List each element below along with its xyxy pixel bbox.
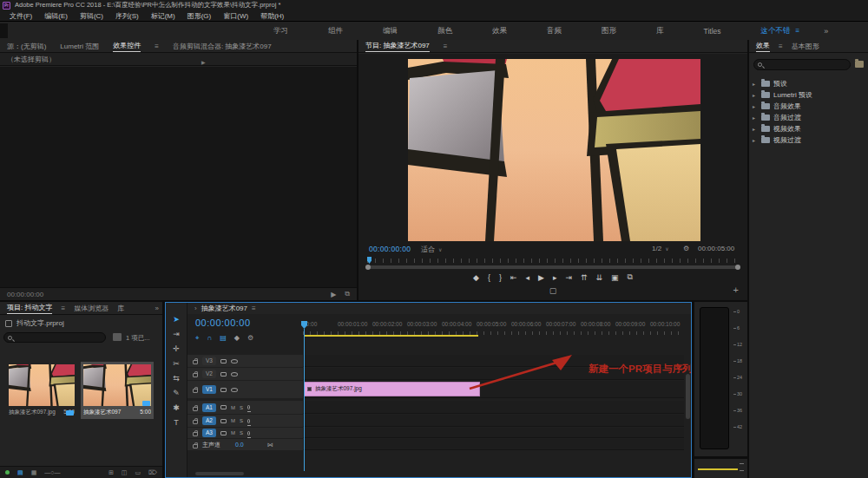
effects-folder-row[interactable]: ▸ 视频过渡	[753, 134, 866, 146]
menu-item[interactable]: 帮助(H)	[254, 11, 290, 21]
track-v1-lane[interactable]: 抽象漆艺术097.jpg	[303, 381, 684, 398]
program-zoom-scrollbar[interactable]	[365, 265, 740, 269]
effects-folder-row[interactable]: ▸ 视频效果	[753, 123, 866, 134]
timeline-tool[interactable]: ➤	[173, 315, 180, 324]
track-target-badge[interactable]: V2	[202, 370, 216, 378]
workspace-tab[interactable]: 库	[656, 26, 664, 36]
track-output-eye-icon[interactable]	[231, 372, 238, 377]
transport-button[interactable]: ⇤	[510, 273, 517, 282]
zoom-slider[interactable]: —○—	[44, 469, 60, 475]
menu-item[interactable]: 序列(S)	[109, 11, 145, 21]
effects-folder-row[interactable]: ▸ 预设	[753, 78, 866, 89]
panel-menu-icon[interactable]: ≡	[779, 43, 783, 50]
menu-item[interactable]: 图形(G)	[181, 11, 218, 21]
track-target-badge[interactable]: V3	[202, 357, 216, 365]
tab-libraries[interactable]: 库	[117, 304, 124, 313]
timeline-tool[interactable]: ✂	[173, 359, 180, 368]
track-a2-lane[interactable]	[303, 415, 684, 427]
fit-dropdown[interactable]: 适合∨	[421, 245, 442, 254]
effects-folder-row[interactable]: ▸ 音频效果	[753, 101, 866, 112]
solo-button[interactable]: S	[240, 405, 243, 410]
timeline-tool[interactable]: ⇥	[173, 330, 180, 338]
sync-lock-icon[interactable]	[220, 431, 227, 435]
transport-button[interactable]: ▶	[538, 273, 544, 282]
tab-project[interactable]: 项目: 抖动文字	[7, 303, 52, 314]
program-time-ruler[interactable]	[367, 259, 739, 263]
lock-icon[interactable]	[193, 360, 198, 364]
expand-arrow-icon[interactable]: ▸	[753, 126, 758, 132]
transport-button[interactable]: {	[488, 273, 490, 282]
timeline-clip[interactable]: 抽象漆艺术097.jpg	[304, 382, 480, 396]
mute-button[interactable]: M	[231, 405, 235, 410]
timeline-option-icon[interactable]: ◆	[234, 334, 240, 343]
tab-sequence[interactable]: 抽象漆艺术097	[201, 304, 247, 313]
workspace-tab[interactable]: 这个不错	[761, 26, 791, 36]
tab-lumetri-scopes[interactable]: Lumetri 范围	[60, 42, 99, 51]
track-a3-lane[interactable]	[303, 428, 684, 438]
tab-essential-graphics[interactable]: 基本图形	[792, 42, 819, 51]
tab-effects[interactable]: 效果	[756, 41, 770, 52]
new-custom-bin-icon[interactable]	[855, 61, 864, 68]
workspace-tab[interactable]: 编辑	[383, 26, 398, 36]
track-target-badge[interactable]: A1	[202, 403, 216, 412]
playhead-line[interactable]	[304, 329, 305, 471]
timeline-option-icon[interactable]: ⌖	[195, 334, 200, 343]
workspace-overflow-icon[interactable]: »	[824, 27, 828, 36]
panel-menu-icon[interactable]: ≡	[155, 43, 159, 50]
panel-overflow-icon[interactable]: »	[155, 304, 159, 312]
wrench-icon[interactable]: ⚙	[683, 245, 689, 252]
expand-arrow-icon[interactable]: ▸	[753, 92, 758, 98]
expand-arrow-icon[interactable]: ▸	[753, 103, 758, 109]
track-output-eye-icon[interactable]	[231, 388, 238, 392]
menu-item[interactable]: 剪辑(C)	[74, 11, 109, 21]
expand-arrow-icon[interactable]: ▸	[753, 115, 758, 121]
transport-button[interactable]: ⇥	[565, 273, 572, 282]
mute-button[interactable]: M	[231, 430, 235, 435]
sync-lock-icon[interactable]	[220, 419, 227, 423]
workspace-tab[interactable]: 图形	[602, 26, 616, 36]
master-level-value[interactable]: 0.0	[235, 442, 244, 448]
track-output-eye-icon[interactable]	[231, 359, 238, 363]
project-item-jpg[interactable]: 抽象漆艺术097.jpg 5:00	[9, 364, 75, 416]
transport-button[interactable]: }	[499, 273, 502, 282]
voiceover-mic-icon[interactable]	[247, 405, 250, 409]
mute-button[interactable]: M	[231, 418, 235, 423]
work-area-bar[interactable]	[304, 335, 478, 337]
timeline-option-icon[interactable]: ⚙	[247, 334, 253, 343]
panel-menu-icon[interactable]: ≡	[252, 304, 256, 312]
play-icon[interactable]: ▶	[331, 291, 336, 298]
effects-folder-row[interactable]: ▸ 音频过渡	[753, 112, 866, 123]
timeline-option-icon[interactable]: ∩	[207, 334, 213, 343]
workspace-tab[interactable]: 组件	[328, 26, 343, 36]
new-bin-icon[interactable]: ▭	[135, 469, 141, 476]
workspace-tab[interactable]: 颜色	[437, 26, 452, 36]
timeline-timecode[interactable]: 00:00:00:00	[195, 318, 251, 328]
track-target-badge[interactable]: A2	[202, 416, 216, 425]
timeline-tool[interactable]: ⇆	[173, 374, 180, 383]
workspace-menu-icon[interactable]: ≡	[796, 27, 800, 35]
delete-icon[interactable]: ⌦	[148, 469, 157, 476]
lock-icon[interactable]	[193, 432, 198, 436]
scrollbar-left-handle[interactable]	[365, 265, 371, 270]
add-button[interactable]: +	[733, 285, 739, 295]
transport-button[interactable]: ⇈	[581, 273, 588, 282]
menu-item[interactable]: 标记(M)	[145, 11, 181, 21]
lock-icon[interactable]	[193, 373, 198, 377]
menu-item[interactable]: 编辑(E)	[38, 11, 74, 21]
export-icon[interactable]: ⧉	[345, 290, 350, 298]
workspace-tab[interactable]: 音频	[547, 26, 562, 36]
workspace-tab[interactable]: Titles	[704, 27, 721, 36]
project-item-sequence[interactable]: 抽象漆艺术097 5:00	[81, 362, 154, 419]
sync-lock-icon[interactable]	[220, 359, 227, 363]
voiceover-mic-icon[interactable]	[247, 419, 250, 423]
transport-button[interactable]: ◂	[525, 273, 529, 282]
tab-effect-controls[interactable]: 效果控件	[113, 41, 141, 52]
lock-icon[interactable]	[193, 444, 198, 449]
filter-bin-icon[interactable]	[113, 333, 122, 341]
tab-source-monitor[interactable]: 源：(无剪辑)	[7, 42, 46, 51]
timeline-tool[interactable]: ✛	[173, 344, 180, 353]
tab-media-browser[interactable]: 媒体浏览器	[74, 304, 108, 313]
lock-icon[interactable]	[193, 420, 198, 424]
timeline-tool[interactable]: ✱	[173, 403, 180, 412]
workspace-tab[interactable]: 学习	[273, 26, 288, 36]
